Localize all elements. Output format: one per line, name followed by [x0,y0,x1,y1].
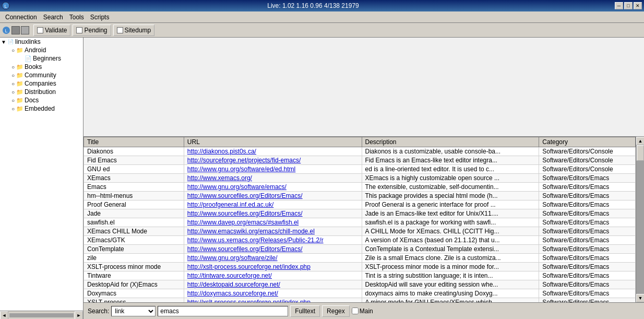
tree-item-beginners[interactable]: 📄Beginners [0,54,83,63]
close-button[interactable]: ✕ [634,2,642,9]
url-link[interactable]: http://www.sourcefiles.org/Editors/Emacs… [187,245,303,253]
cell-url[interactable]: http://sourceforge.net/projects/fid-emac… [184,156,362,165]
cell-url[interactable]: http://xslt-process.sourceforge.net/inde… [184,263,362,271]
sitedump-button[interactable]: Sitedump [113,25,155,36]
table-row[interactable]: ConTemplatehttp://www.sourcefiles.org/Ed… [84,245,636,254]
tree-item-docs[interactable]: ○📁Docs [0,96,83,104]
cell-url[interactable]: http://www.davep.org/emacs/#sawfish.el [184,218,362,227]
tree-root[interactable]: ▼ 📄 linuxlinks [0,38,83,46]
minimize-button[interactable]: ─ [615,2,623,9]
cell-url[interactable]: http://tintware.sourceforge.net/ [184,271,362,280]
tree-item-embedded[interactable]: ○📁Embedded [0,104,83,113]
table-row[interactable]: XEmacshttp://www.xemacs.org/XEmacs is a … [84,174,636,183]
cell-url[interactable]: http://doxymacs.sourceforge.net/ [184,289,362,298]
vscroll-thumb[interactable] [637,145,644,161]
pending-button[interactable]: Pending [73,25,111,36]
regex-button[interactable]: Regex [322,305,350,317]
url-link[interactable]: http://sourceforge.net/projects/fid-emac… [187,157,301,164]
search-input[interactable] [158,306,288,316]
table-row[interactable]: XSLT-process minor modehttp://xslt-proce… [84,263,636,271]
searchbar: Search: link title description category … [84,302,644,319]
hscroll-track[interactable] [9,313,74,317]
cell-url[interactable]: http://www.gnu.org/software/zile/ [184,254,362,263]
cell-url[interactable]: http://www.emacswiki.org/emacs/chill-mod… [184,227,362,236]
url-link[interactable]: http://www.sourcefiles.org/Editors/Emacs… [187,210,303,217]
tree-item-companies[interactable]: ○📁Companies [0,79,83,88]
url-link[interactable]: http://www.gnu.org/software/ed/ed.html [187,166,295,173]
table-container[interactable]: Title URL Description Category Diakonosh… [84,137,636,302]
col-url[interactable]: URL [184,137,362,147]
url-link[interactable]: http://www.gnu.org/software/emacs/ [187,183,287,191]
table-row[interactable]: XEmacs/GTKhttp://www.us.xemacs.org/Relea… [84,236,636,245]
url-link[interactable]: http://www.emacswiki.org/emacs/chill-mod… [187,228,315,235]
url-link[interactable]: http://www.sourcefiles.org/Editors/Emacs… [187,192,303,199]
hscroll-right-btn[interactable]: ► [75,311,83,320]
tree-item-community[interactable]: ○📁Community [0,71,83,79]
table-row[interactable]: Tintwarehttp://tintware.sourceforge.net/… [84,271,636,280]
table-row[interactable]: XSLT-processhttp://xslt-process.sourcefo… [84,298,636,303]
vscroll-up-btn[interactable]: ▲ [636,137,644,145]
cell-url[interactable]: http://www.sourcefiles.org/Editors/Emacs… [184,192,362,200]
cell-url[interactable]: http://www.gnu.org/software/ed/ed.html [184,165,362,174]
url-link[interactable]: http://doxymacs.sourceforge.net/ [187,290,278,297]
table-row[interactable]: Emacshttp://www.gnu.org/software/emacs/T… [84,183,636,192]
menu-search[interactable]: Search [40,13,66,22]
vscroll-track[interactable] [636,145,644,294]
cell-url[interactable]: http://diakonos.pist0s.ca/ [184,147,362,156]
table-row[interactable]: sawfish.elhttp://www.davep.org/emacs/#sa… [84,218,636,227]
maximize-button[interactable]: □ [624,2,633,9]
url-link[interactable]: http://diakonos.pist0s.ca/ [187,148,256,155]
table-row[interactable]: Jadehttp://www.sourcefiles.org/Editors/E… [84,209,636,218]
tree-view[interactable]: ▼ 📄 linuxlinks ○📁Android 📄Beginners○📁Boo… [0,38,83,311]
cell-url[interactable]: http://xslt-process.sourceforge.net/inde… [184,298,362,303]
fulltext-button[interactable]: Fulltext [290,305,320,317]
toolbar-icon1 [11,26,20,34]
toggle-root[interactable]: ▼ [1,39,6,45]
url-link[interactable]: http://xslt-process.sourceforge.net/inde… [187,263,311,270]
hscroll-left-btn[interactable]: ◄ [0,311,8,320]
table-row[interactable]: hm--html-menushttp://www.sourcefiles.org… [84,192,636,200]
table-row[interactable]: XEmacs CHILL Modehttp://www.emacswiki.or… [84,227,636,236]
tree-item-distribution[interactable]: ○📁Distribution [0,88,83,96]
table-row[interactable]: Proof Generalhttp://proofgeneral.inf.ed.… [84,200,636,209]
tree-item-books[interactable]: ○📁Books [0,63,83,71]
table-row[interactable]: zilehttp://www.gnu.org/software/zile/Zil… [84,254,636,263]
cell-url[interactable]: http://desktopaid.sourceforge.net/ [184,280,362,289]
tree-item-android[interactable]: ○📁Android [0,46,83,54]
table-row[interactable]: Doxymacshttp://doxymacs.sourceforge.net/… [84,289,636,298]
cell-url[interactable]: http://www.xemacs.org/ [184,174,362,183]
cell-url[interactable]: http://proofgeneral.inf.ed.ac.uk/ [184,200,362,209]
cell-url[interactable]: http://www.us.xemacs.org/Releases/Public… [184,236,362,245]
url-link[interactable]: http://www.us.xemacs.org/Releases/Public… [187,237,324,244]
url-link[interactable]: http://tintware.sourceforge.net/ [187,272,272,279]
validate-button[interactable]: Validate [33,25,70,36]
cell-url[interactable]: http://www.sourcefiles.org/Editors/Emacs… [184,245,362,254]
col-description[interactable]: Description [362,137,539,147]
url-link[interactable]: http://www.davep.org/emacs/#sawfish.el [187,219,299,226]
table-row[interactable]: Diakonoshttp://diakonos.pist0s.ca/Diakon… [84,147,636,156]
vertical-scrollbar[interactable]: ▲ ▼ [636,137,644,302]
menu-connection[interactable]: Connection [2,13,40,22]
cell-description: Fid Emacs is an Emacs-like text editor i… [362,156,539,165]
col-title[interactable]: Title [84,137,184,147]
search-type-select[interactable]: link title description category [111,306,156,316]
table-row[interactable]: DesktopAid for (X)Emacshttp://desktopaid… [84,280,636,289]
cell-description: Proof General is a generic interface for… [362,200,539,209]
cell-url[interactable]: http://www.sourcefiles.org/Editors/Emacs… [184,209,362,218]
table-row[interactable]: Fid Emacshttp://sourceforge.net/projects… [84,156,636,165]
url-link[interactable]: http://xslt-process.sourceforge.net/inde… [187,299,311,302]
cell-title: GNU ed [84,165,184,174]
url-link[interactable]: http://desktopaid.sourceforge.net/ [187,281,280,288]
url-link[interactable]: http://www.xemacs.org/ [187,174,252,182]
menu-scripts[interactable]: Scripts [87,13,113,22]
url-link[interactable]: http://proofgeneral.inf.ed.ac.uk/ [187,201,273,208]
col-category[interactable]: Category [539,137,636,147]
main-checkbox[interactable] [352,308,359,314]
url-link[interactable]: http://www.gnu.org/software/zile/ [187,254,278,262]
vscroll-down-btn[interactable]: ▼ [636,294,644,302]
tree-horizontal-scrollbar[interactable]: ◄ ► [0,311,83,319]
cell-description: XEmacs is a highly customizable open sou… [362,174,539,183]
table-row[interactable]: GNU edhttp://www.gnu.org/software/ed/ed.… [84,165,636,174]
menu-tools[interactable]: Tools [66,13,87,22]
cell-url[interactable]: http://www.gnu.org/software/emacs/ [184,183,362,192]
